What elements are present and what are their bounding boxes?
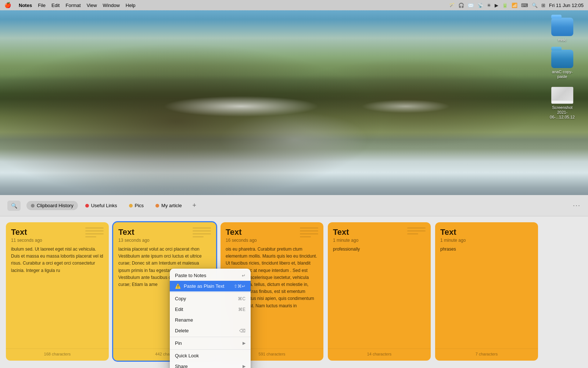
paste-as-plain-label: Paste as Plain Text xyxy=(184,283,224,289)
anacopy-folder-icon[interactable]: anaC copy-paste xyxy=(548,50,577,79)
screenshot-file-label: Screenshot2021-06-...12.05.12 xyxy=(548,105,577,120)
card-line xyxy=(407,230,426,231)
apple-menu[interactable]: 🍎 xyxy=(4,2,11,8)
ctx-pin[interactable]: Pin ▶ xyxy=(170,338,251,348)
ctx-edit-shortcut: ⌘E xyxy=(238,307,245,312)
anacopy-folder-image xyxy=(551,50,573,68)
play-icon[interactable]: ▶ xyxy=(495,3,498,8)
menu-window[interactable]: Window xyxy=(103,3,120,8)
ctx-share[interactable]: Share ▶ xyxy=(170,361,251,368)
tab-label-useful-links: Useful Links xyxy=(91,203,117,208)
app-name[interactable]: Notes xyxy=(19,3,32,8)
ctx-quick-look[interactable]: Quick Look xyxy=(170,350,251,361)
ctx-paste-to-notes[interactable]: Paste to Notes ↵ xyxy=(170,270,251,281)
copy-label: Copy xyxy=(175,296,186,301)
card-line xyxy=(407,227,426,229)
card-4-decoration xyxy=(407,227,426,250)
rename-label: Rename xyxy=(175,317,193,323)
ctx-separator-1 xyxy=(170,292,251,293)
control-center-icon[interactable]: ⊞ xyxy=(541,3,545,8)
ctx-paste-to-notes-shortcut: ↵ xyxy=(242,273,245,278)
anacopy-folder-label: anaC copy-paste xyxy=(548,70,577,79)
card-line xyxy=(193,230,211,231)
tabs-more-button[interactable]: ··· xyxy=(573,202,581,209)
tab-my-article[interactable]: My article xyxy=(151,201,186,210)
card-5-time: 1 minute ago xyxy=(440,238,533,243)
ctx-edit[interactable]: Edit ⌘E xyxy=(170,304,251,315)
desktop-background xyxy=(0,10,588,195)
screenshot-thumb-image xyxy=(552,87,573,100)
misc-folder-icon[interactable]: misc xyxy=(548,18,577,42)
tab-label-my-article: My article xyxy=(161,203,182,208)
search-button[interactable]: 🔍 xyxy=(7,201,21,211)
card-line xyxy=(300,233,318,234)
menu-file[interactable]: File xyxy=(38,3,46,8)
headphones-icon[interactable]: 🎧 xyxy=(458,3,464,8)
tab-useful-links[interactable]: Useful Links xyxy=(81,201,122,210)
bluetooth-icon[interactable]: ✳ xyxy=(487,3,491,8)
screenshot-file-icon[interactable]: Screenshot2021-06-...12.05.12 xyxy=(548,87,577,120)
card-1[interactable]: Text 11 seconds ago ibulum sed. Ut laore… xyxy=(6,222,109,361)
card-5[interactable]: Text 1 minute ago phrases 7 characters xyxy=(435,222,538,361)
card-5-footer: 7 characters xyxy=(435,348,538,361)
card-3-decoration xyxy=(300,227,318,250)
tab-label-clipboard: Clipboard History xyxy=(37,203,74,208)
context-menu: Paste to Notes ↵ ⚠️ Paste as Plain Text … xyxy=(170,269,251,368)
warning-icon: ⚠️ xyxy=(175,283,181,289)
keyboard-icon[interactable]: ⌨ xyxy=(521,3,528,8)
ctx-item-left: ⚠️ Paste as Plain Text xyxy=(175,283,224,289)
extension-icon[interactable]: 🪄 xyxy=(449,3,455,8)
ctx-paste-as-plain[interactable]: ⚠️ Paste as Plain Text ⇧⌘↵ xyxy=(170,281,251,291)
ctx-separator-3 xyxy=(170,349,251,350)
ctx-delete[interactable]: Delete ⌫ xyxy=(170,325,251,336)
card-line xyxy=(193,227,211,229)
card-5-header: Text 1 minute ago xyxy=(435,222,538,246)
search-icon: 🔍 xyxy=(11,203,17,209)
card-line xyxy=(193,236,204,237)
add-tab-button[interactable]: + xyxy=(189,201,200,211)
ctx-paste-as-plain-shortcut: ⇧⌘↵ xyxy=(234,284,245,289)
menu-help[interactable]: Help xyxy=(126,3,136,8)
menu-format[interactable]: Format xyxy=(65,3,80,8)
tab-pics[interactable]: Pics xyxy=(125,201,148,210)
ctx-rename[interactable]: Rename xyxy=(170,315,251,325)
tabs-bar: 🔍 Clipboard History Useful Links Pics My… xyxy=(0,195,588,216)
notes-panel: 🔍 Clipboard History Useful Links Pics My… xyxy=(0,195,588,368)
card-4-body: professionally xyxy=(328,246,431,348)
card-4[interactable]: Text 1 minute ago professionally 14 char… xyxy=(328,222,431,361)
misc-folder-label: misc xyxy=(558,38,567,42)
menubar-right: 🪄 🎧 ✉️ 📡 ✳ ▶ 🔋 📶 ⌨ 🔍 ⊞ Fri 11 Jun 12:05 xyxy=(449,3,584,8)
menubar: 🍎 Notes File Edit Format View Window Hel… xyxy=(0,0,588,10)
tab-dot-clipboard xyxy=(31,204,35,208)
card-line xyxy=(300,236,311,237)
cast-icon[interactable]: 📡 xyxy=(477,3,483,8)
paste-to-notes-label: Paste to Notes xyxy=(175,273,206,278)
wifi-icon[interactable]: 📶 xyxy=(512,3,517,8)
pin-submenu-arrow: ▶ xyxy=(243,341,245,346)
card-2-decoration xyxy=(193,227,211,250)
card-line xyxy=(193,233,211,234)
tab-dot-useful-links xyxy=(85,204,89,208)
share-submenu-arrow: ▶ xyxy=(243,364,245,368)
menubar-left: 🍎 Notes File Edit Format View Window Hel… xyxy=(4,2,136,8)
cloud-layer xyxy=(118,92,529,121)
search-icon[interactable]: 🔍 xyxy=(532,3,538,8)
battery-icon[interactable]: 🔋 xyxy=(502,3,508,8)
tab-dot-my-article xyxy=(155,204,159,208)
tab-clipboard-history[interactable]: Clipboard History xyxy=(26,201,78,210)
email-icon[interactable]: ✉️ xyxy=(468,3,474,8)
card-line xyxy=(85,227,104,229)
card-line xyxy=(300,227,318,229)
ctx-separator-2 xyxy=(170,337,251,337)
delete-label: Delete xyxy=(175,328,189,333)
ctx-copy[interactable]: Copy ⌘C xyxy=(170,293,251,304)
card-1-body: ibulum sed. Ut laoreet eget nisl ac vehi… xyxy=(6,246,109,348)
tab-dot-pics xyxy=(129,204,133,208)
menu-view[interactable]: View xyxy=(87,3,97,8)
menu-edit[interactable]: Edit xyxy=(51,3,60,8)
edit-label: Edit xyxy=(175,307,183,312)
card-line xyxy=(85,233,104,234)
datetime: Fri 11 Jun 12:05 xyxy=(549,3,584,8)
card-line xyxy=(300,230,318,231)
screenshot-thumb-bar xyxy=(552,100,573,103)
